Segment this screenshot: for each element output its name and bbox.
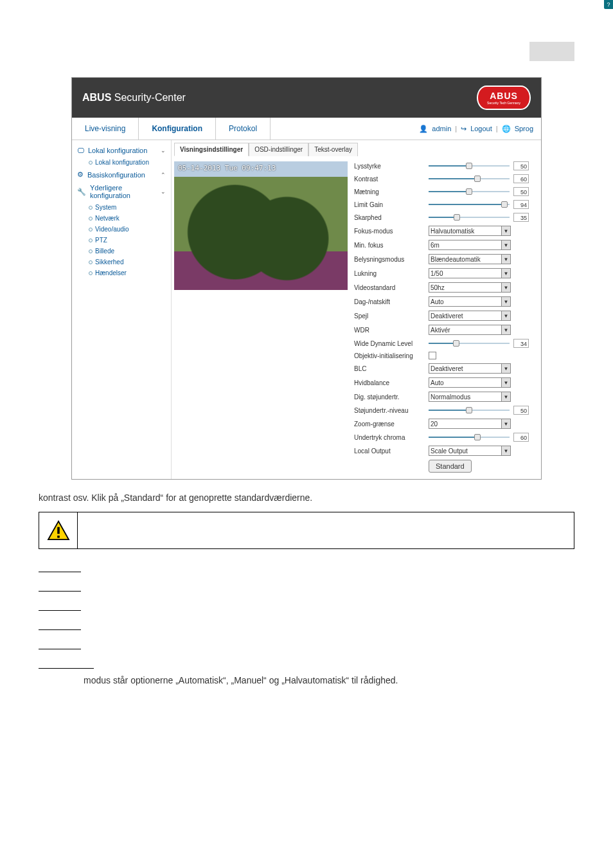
chevron-down-icon: ▼: [501, 392, 510, 401]
row-zoom-graense: Zoom-grænse 20▼: [354, 419, 538, 429]
warning-icon-cell: [39, 512, 78, 548]
tab-protokol[interactable]: Protokol: [216, 118, 271, 140]
slider-lysstyrke[interactable]: [429, 163, 510, 168]
nav-row: Live-visning Konfiguration Protokol 👤 ad…: [72, 118, 541, 140]
sidebar-lokal-konfiguration[interactable]: 🖵 Lokal konfiguration ⌄: [72, 144, 171, 157]
checkbox-objektiv-init[interactable]: [429, 352, 436, 359]
chevron-down-icon: ▼: [501, 226, 510, 235]
select-spejl[interactable]: Deaktiveret▼: [429, 311, 511, 321]
select-fokusmodus[interactable]: Halvautomatisk▼: [429, 226, 511, 236]
subtab-tekst-overlay[interactable]: Tekst-overlay: [308, 143, 358, 156]
sidebar-item-ptz[interactable]: PTZ: [72, 235, 171, 246]
chevron-down-icon: ▼: [501, 446, 510, 455]
chevron-down-icon: ▼: [501, 419, 510, 428]
chevron-down-icon: ⌄: [161, 147, 166, 154]
select-videostandard[interactable]: 50hz▼: [429, 282, 511, 293]
value-wdl: 34: [513, 339, 529, 348]
select-blc[interactable]: Deaktiveret▼: [429, 363, 511, 374]
tab-konfiguration[interactable]: Konfiguration: [139, 118, 216, 140]
select-belysningsmodus[interactable]: Blændeautomatik▼: [429, 254, 511, 264]
row-dig-stojundertr: Dig. støjundertr. Normalmodus▼: [354, 392, 538, 402]
settings-panel: Lysstyrke 50 Kontrast 60 Mætning: [354, 161, 538, 476]
abus-logo: ABUS Security Tech Germany: [477, 86, 531, 110]
select-zoom-graense[interactable]: 20▼: [429, 419, 511, 429]
nav-tabs: Live-visning Konfiguration Protokol: [72, 118, 411, 140]
warning-icon: [47, 520, 70, 541]
sidebar-yderligere-konfiguration[interactable]: 🔧 Yderligere konfiguration ⌄: [72, 181, 171, 202]
brand-bold: ABUS: [82, 92, 111, 103]
lang-link[interactable]: Sprog: [515, 125, 533, 132]
preview-osd-text: 05-14-2013 Tue 09:47:13: [178, 164, 276, 172]
row-undertryk-chroma: Undertryk chroma 60: [354, 433, 538, 442]
document-body: kontrast osv. Klik på „Standard“ for at …: [0, 493, 613, 685]
row-belysningsmodus: Belysningsmodus Blændeautomatik▼: [354, 254, 538, 264]
row-kontrast: Kontrast 60: [354, 174, 538, 183]
select-local-output[interactable]: Scale Output▼: [429, 446, 511, 456]
row-fokusmodus: Fokus-modus Halvautomatisk▼: [354, 226, 538, 236]
slider-stojniveau[interactable]: [429, 408, 510, 413]
slider-skarphed[interactable]: [429, 215, 510, 220]
slider-kontrast[interactable]: [429, 176, 510, 181]
subtab-visningsindstillinger[interactable]: Visningsindstillinger: [174, 143, 249, 156]
value-lysstyrke: 50: [513, 161, 529, 170]
video-preview: 05-14-2013 Tue 09:47:13: [174, 161, 348, 290]
chevron-down-icon: ⌄: [161, 188, 166, 195]
row-skarphed: Skarphed 35: [354, 213, 538, 222]
user-name: admin: [432, 125, 451, 132]
row-minfokus: Min. fokus 6m▼: [354, 240, 538, 250]
underline-placeholder-4: [39, 619, 81, 630]
sidebar-item-lokal-konfiguration[interactable]: Lokal konfiguration: [72, 157, 171, 168]
slider-maetning[interactable]: [429, 189, 510, 194]
chevron-down-icon: ▼: [501, 255, 510, 264]
underline-placeholder-1: [39, 561, 81, 572]
select-dig-stojundertr[interactable]: Normalmodus▼: [429, 392, 511, 402]
sidebar-item-haendelser[interactable]: Hændelser: [72, 267, 171, 278]
slider-wdl[interactable]: [429, 341, 510, 346]
sidebar-item-video-audio[interactable]: Video/audio: [72, 224, 171, 235]
sidebar-item-billede[interactable]: Billede: [72, 246, 171, 257]
user-bar: 👤 admin | ↪ Logout | 🌐 Sprog: [411, 125, 541, 133]
slider-chroma[interactable]: [429, 435, 510, 440]
svg-rect-2: [57, 536, 60, 538]
chevron-down-icon: ▼: [501, 269, 510, 278]
row-videostandard: Videostandard 50hz▼: [354, 282, 538, 293]
row-lysstyrke: Lysstyrke 50: [354, 161, 538, 170]
row-dagnatskift: Dag-/natskift Auto▼: [354, 296, 538, 307]
chevron-up-icon: ⌃: [161, 172, 166, 178]
logout-icon: ↪: [461, 125, 466, 133]
help-icon[interactable]: ?: [604, 0, 613, 9]
chevron-down-icon: ▼: [501, 364, 510, 373]
value-limitgain: 94: [513, 200, 529, 209]
bullet-icon: [89, 161, 93, 165]
value-skarphed: 35: [513, 213, 529, 222]
select-wdr[interactable]: Aktivér▼: [429, 325, 511, 335]
sidebar-item-sikkerhed[interactable]: Sikkerhed: [72, 257, 171, 267]
page-number-placeholder: [529, 42, 574, 61]
value-stojniveau: 50: [513, 406, 529, 415]
row-standard-button: Standard: [354, 460, 538, 473]
select-minfokus[interactable]: 6m▼: [429, 240, 511, 250]
select-dagnatskift[interactable]: Auto▼: [429, 296, 511, 307]
app-screenshot: ? ABUS Security-Center ABUS Security Tec…: [71, 77, 542, 480]
slider-limitgain[interactable]: [429, 202, 510, 207]
chevron-down-icon: ▼: [501, 240, 510, 249]
select-hvidbalance[interactable]: Auto▼: [429, 377, 511, 388]
wrench-icon: 🔧: [77, 188, 86, 196]
logout-link[interactable]: Logout: [470, 125, 492, 132]
underline-placeholder-2: [39, 580, 81, 592]
top-bar: ABUS Security-Center ABUS Security Tech …: [72, 78, 541, 118]
tab-live-visning[interactable]: Live-visning: [72, 118, 139, 140]
sidebar-basiskonfiguration[interactable]: ⚙ Basiskonfiguration ⌃: [72, 168, 171, 181]
sidebar-item-system[interactable]: System: [72, 202, 171, 213]
standard-button[interactable]: Standard: [429, 460, 472, 473]
brand-title: ABUS Security-Center: [82, 92, 186, 104]
select-lukning[interactable]: 1/50▼: [429, 268, 511, 278]
subtab-osd-indstillinger[interactable]: OSD-indstillinger: [249, 143, 308, 156]
logo-subtext: Security Tech Germany: [487, 101, 520, 105]
content-area: Visningsindstillinger OSD-indstillinger …: [172, 140, 541, 479]
sidebar-item-netvaerk[interactable]: Netværk: [72, 213, 171, 224]
sidebar: 🖵 Lokal konfiguration ⌄ Lokal konfigurat…: [72, 140, 172, 479]
paragraph-modus: modus står optionerne „Automatisk“, „Man…: [84, 675, 574, 685]
underline-placeholder-3: [39, 599, 81, 611]
row-limitgain: Limit Gain 94: [354, 200, 538, 209]
